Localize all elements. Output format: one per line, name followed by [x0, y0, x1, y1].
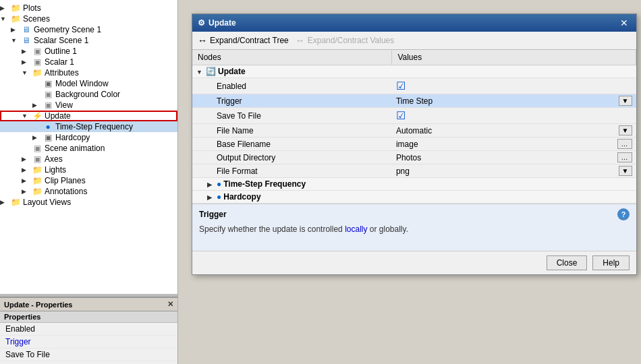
- tree-arrow-update[interactable]: ▼: [22, 113, 31, 119]
- tree-arrow-clip-planes[interactable]: ▶: [22, 177, 31, 184]
- tree-item-outline-1[interactable]: ▶ ▣ Outline 1: [0, 46, 177, 57]
- dialog-close-button[interactable]: ✕: [617, 18, 631, 28]
- help-button[interactable]: Help: [592, 255, 630, 270]
- tree-label-scene-animation: Scene animation: [45, 144, 105, 153]
- row-node-label-5: Base Filename: [217, 140, 271, 149]
- table-row-5[interactable]: Base Filename image…: [192, 138, 636, 151]
- expand-values-label: Expand/Contract Values: [308, 36, 395, 45]
- tree-icon-plots: 📁: [9, 3, 22, 13]
- table-row-4[interactable]: File Name Automatic▼: [192, 124, 636, 138]
- props-rows: EnabledTriggerSave To File: [0, 323, 177, 361]
- tree-label-geometry-scene-1: Geometry Scene 1: [34, 25, 101, 34]
- description-title: Trigger ?: [199, 208, 630, 220]
- tree-icon-background-color: ▣: [42, 90, 54, 99]
- tree-arrow-layout-views[interactable]: ▶: [0, 199, 9, 206]
- tree-arrow-scenes[interactable]: ▼: [0, 16, 9, 22]
- tree-area[interactable]: ▶ 📁 Plots ▼ 📁 Scenes ▶ 🖥 Geometry Scene …: [0, 0, 177, 294]
- tree-arrow-scalar-1[interactable]: ▶: [22, 59, 31, 65]
- row-value-cell-3: ☑: [392, 108, 636, 124]
- table-row-7[interactable]: File Format png▼: [192, 164, 636, 178]
- row-node-cell-7: File Format: [192, 164, 392, 178]
- row-dropdown-btn-7[interactable]: ▼: [619, 166, 632, 176]
- table-row-6[interactable]: Output Directory Photos…: [192, 151, 636, 164]
- row-node-label-2: Trigger: [217, 96, 242, 106]
- expand-values-btn[interactable]: ↔ Expand/Contract Values: [296, 35, 395, 46]
- tree-icon-axes: ▣: [31, 154, 43, 164]
- tree-arrow-view[interactable]: ▶: [32, 102, 42, 109]
- tree-item-view[interactable]: ▶ ▣ View: [0, 100, 177, 111]
- tree-item-layout-views[interactable]: ▶ 📁 Layout Views: [0, 197, 177, 208]
- expand-tree-btn[interactable]: ↔ Expand/Contract Tree: [198, 35, 289, 46]
- tree-item-clip-planes[interactable]: ▶ 📁 Clip Planes: [0, 175, 177, 186]
- tree-arrow-geometry-scene-1[interactable]: ▶: [11, 26, 20, 33]
- row-node-cell-1: Enabled: [192, 78, 392, 94]
- row-node-label-7: File Format: [217, 166, 258, 176]
- prop-row-save-to-file: Save To File: [0, 348, 177, 361]
- col-values-header: Values: [392, 50, 636, 65]
- tree-item-plots[interactable]: ▶ 📁 Plots: [0, 3, 177, 13]
- row-checkbox-1[interactable]: ☑: [396, 80, 406, 92]
- tree-item-scalar-scene-1[interactable]: ▼ 🖥 Scalar Scene 1: [0, 35, 177, 46]
- row-arrow-0[interactable]: ▼: [196, 69, 206, 75]
- help-icon[interactable]: ?: [617, 208, 630, 220]
- row-node-label-9: Hardcopy: [223, 192, 260, 202]
- row-node-label-8: Time-Step Frequency: [223, 179, 306, 189]
- table-row-3[interactable]: Save To File ☑: [192, 108, 636, 124]
- row-value-container-4: Automatic▼: [396, 125, 632, 135]
- table-row-2[interactable]: Trigger Time Step▼: [192, 94, 636, 108]
- tree-icon-scalar-1: ▣: [31, 57, 43, 67]
- row-dropdown-btn-2[interactable]: ▼: [619, 96, 632, 106]
- tree-arrow-axes[interactable]: ▶: [22, 156, 31, 162]
- tree-item-axes[interactable]: ▶ ▣ Axes: [0, 154, 177, 164]
- tree-item-model-window[interactable]: ▣ Model Window: [0, 78, 177, 89]
- table-scroll[interactable]: Nodes Values ▼🔄Update Enabled ☑ Trigger …: [192, 50, 636, 204]
- properties-panel: Update - Properties ✕ Properties Enabled…: [0, 297, 177, 364]
- row-ellipsis-btn-6[interactable]: …: [617, 152, 632, 162]
- locally-link[interactable]: locally: [345, 224, 367, 234]
- row-arrow-8[interactable]: ▶: [207, 181, 217, 188]
- row-arrow-9[interactable]: ▶: [207, 194, 217, 201]
- tree-item-hardcopy[interactable]: ▶ ▣ Hardcopy: [0, 132, 177, 143]
- tree-item-scenes[interactable]: ▼ 📁 Scenes: [0, 13, 177, 24]
- properties-panel-header: Update - Properties ✕: [0, 298, 177, 311]
- tree-icon-geometry-scene-1: 🖥: [20, 25, 32, 34]
- tree-item-scalar-1[interactable]: ▶ ▣ Scalar 1: [0, 57, 177, 67]
- row-dropdown-btn-4[interactable]: ▼: [619, 125, 632, 135]
- tree-arrow-outline-1[interactable]: ▶: [22, 48, 31, 55]
- row-value-cell-9: [392, 191, 636, 204]
- tree-item-attributes[interactable]: ▼ 📁 Attributes: [0, 67, 177, 78]
- properties-panel-close[interactable]: ✕: [167, 300, 173, 309]
- expand-values-icon: ↔: [296, 35, 305, 46]
- tree-item-annotations[interactable]: ▶ 📁 Annotations: [0, 186, 177, 197]
- close-button[interactable]: Close: [547, 255, 588, 270]
- tree-icon-scene-animation: ▣: [31, 144, 43, 153]
- col-nodes-header: Nodes: [192, 50, 392, 65]
- table-row-1[interactable]: Enabled ☑: [192, 78, 636, 94]
- tree-arrow-plots[interactable]: ▶: [0, 5, 9, 11]
- table-row-8[interactable]: ▶●Time-Step Frequency: [192, 178, 636, 191]
- tree-item-background-color[interactable]: ▣ Background Color: [0, 89, 177, 100]
- tree-arrow-scalar-scene-1[interactable]: ▼: [11, 37, 20, 44]
- tree-item-scene-animation[interactable]: ▣ Scene animation: [0, 143, 177, 154]
- row-value-container-7: png▼: [396, 166, 632, 176]
- tree-arrow-hardcopy[interactable]: ▶: [32, 134, 42, 141]
- tree-item-time-step-frequency[interactable]: ● Time-Step Frequency: [0, 121, 177, 132]
- row-checkbox-3[interactable]: ☑: [396, 109, 406, 122]
- tree-item-update[interactable]: ▼ ⚡ Update: [0, 111, 177, 121]
- dialog-title-icon: ⚙: [198, 18, 205, 28]
- tree-item-geometry-scene-1[interactable]: ▶ 🖥 Geometry Scene 1: [0, 24, 177, 35]
- row-ellipsis-btn-5[interactable]: …: [617, 139, 632, 149]
- row-node-label-1: Enabled: [217, 82, 246, 91]
- description-area: Trigger ? Specify whether the update is …: [192, 204, 636, 251]
- table-row-9[interactable]: ▶●Hardcopy: [192, 191, 636, 204]
- left-panel: ▶ 📁 Plots ▼ 📁 Scenes ▶ 🖥 Geometry Scene …: [0, 0, 178, 364]
- row-value-container-2: Time Step▼: [396, 96, 632, 106]
- tree-icon-attributes: 📁: [31, 68, 43, 78]
- tree-arrow-annotations[interactable]: ▶: [22, 188, 31, 195]
- tree-item-lights[interactable]: ▶ 📁 Lights: [0, 164, 177, 175]
- tree-arrow-attributes[interactable]: ▼: [22, 69, 31, 76]
- tree-arrow-lights[interactable]: ▶: [22, 166, 31, 173]
- tree-label-attributes: Attributes: [45, 68, 79, 78]
- table-row-0[interactable]: ▼🔄Update: [192, 65, 636, 78]
- row-node-cell-5: Base Filename: [192, 138, 392, 151]
